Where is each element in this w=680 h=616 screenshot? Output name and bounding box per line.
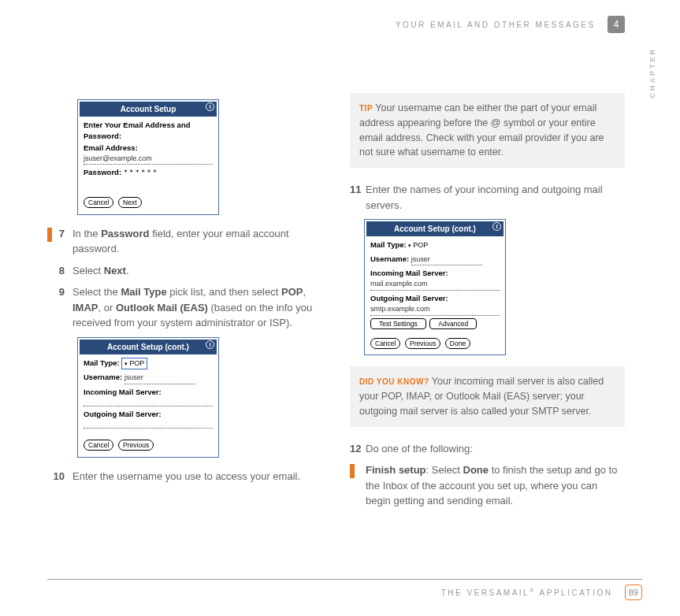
palm-title-text: Account Setup (cont.) (107, 343, 189, 351)
mailtype-label: Mail Type: (84, 358, 120, 367)
footer-text-1: THE VERSAMAIL (441, 588, 530, 597)
step-12-sub: Finish setup: Select Done to finish the … (350, 462, 625, 509)
palm-title-text: Account Setup (cont.) (394, 225, 476, 233)
palm-title-2: Account Setup (cont.) i (80, 340, 217, 354)
outgoing-label: Outgoing Mail Server: (84, 410, 162, 418)
step-number: 10 (47, 469, 72, 484)
dyk-label: DID YOU KNOW? (359, 377, 429, 386)
info-icon: i (206, 102, 214, 111)
step-10: 10 Enter the username you use to access … (47, 469, 322, 484)
step-9: 9 Select the Mail Type pick list, and th… (47, 284, 322, 331)
info-icon: i (492, 222, 501, 231)
step-number: 12 (350, 441, 366, 457)
palm-title-1: Account Setup i (80, 102, 217, 117)
tip-label: TIP (359, 104, 373, 113)
cancel-button[interactable]: Cancel (84, 440, 113, 451)
outgoing-field[interactable]: smtp.example.com (370, 304, 500, 316)
cancel-button[interactable]: Cancel (370, 338, 400, 349)
chapter-number-badge: 4 (608, 16, 625, 33)
info-icon: i (206, 340, 214, 349)
step-number: 7 (52, 226, 72, 257)
password-label: Password: (84, 168, 121, 176)
did-you-know-box: DID YOU KNOW? Your incoming mail server … (350, 366, 625, 426)
next-button[interactable]: Next (118, 197, 141, 208)
username-label: Username: (370, 254, 409, 263)
username-label: Username: (84, 373, 122, 381)
footer-text-2: APPLICATION (536, 588, 613, 597)
registered-icon: ® (530, 588, 536, 593)
screenshot-account-setup-3: Account Setup (cont.) i Mail Type: POP U… (364, 219, 506, 355)
mailtype-dropdown[interactable]: POP (408, 241, 428, 249)
screenshot-account-setup-1: Account Setup i Enter Your Email Address… (77, 99, 219, 215)
mailtype-dropdown[interactable]: POP (121, 358, 147, 370)
step-11: 11 Enter the names of your incoming and … (350, 182, 625, 213)
outgoing-label: Outgoing Mail Server: (370, 294, 448, 302)
incoming-label: Incoming Mail Server: (370, 269, 448, 277)
test-settings-button[interactable]: Test Settings (370, 318, 426, 329)
username-field[interactable]: jsuser (124, 373, 195, 384)
chapter-label-vertical: CHAPTER (648, 47, 656, 98)
palm-title-text: Account Setup (121, 105, 177, 113)
screenshot-account-setup-2: Account Setup (cont.) i Mail Type: POP U… (77, 337, 219, 458)
palm-title-3: Account Setup (cont.) i (366, 221, 503, 236)
cancel-button[interactable]: Cancel (84, 197, 113, 208)
footer: THE VERSAMAIL® APPLICATION 89 (47, 579, 642, 600)
previous-button[interactable]: Previous (118, 440, 154, 451)
header: YOUR EMAIL AND OTHER MESSAGES 4 (47, 16, 625, 39)
page: YOUR EMAIL AND OTHER MESSAGES 4 CHAPTER … (0, 0, 680, 616)
outgoing-field[interactable] (84, 420, 213, 429)
incoming-label: Incoming Mail Server: (84, 388, 162, 396)
mailtype-label: Mail Type: (370, 240, 407, 249)
step-number: 11 (350, 182, 366, 213)
page-number: 89 (625, 584, 642, 600)
step-number: 8 (47, 263, 72, 279)
intro-text: Enter Your Email Address and Password: (84, 120, 213, 143)
incoming-field[interactable]: mail.example.com (370, 279, 500, 291)
step-8: 8 Select Next. (47, 263, 322, 279)
step-number: 9 (47, 284, 72, 331)
incoming-field[interactable] (84, 398, 213, 406)
tip-text: Your username can be either the part of … (359, 102, 604, 158)
password-field[interactable]: ****** (124, 169, 159, 176)
email-field[interactable]: jsuser@example.com (84, 154, 213, 165)
step-12: 12 Do one of the following: (350, 441, 625, 457)
done-button[interactable]: Done (445, 338, 470, 349)
section-title: YOUR EMAIL AND OTHER MESSAGES (396, 20, 596, 29)
advanced-button[interactable]: Advanced (429, 318, 477, 329)
username-field[interactable]: jsuser (411, 254, 482, 266)
left-column: Account Setup i Enter Your Email Address… (47, 93, 322, 515)
tip-box: TIP Your username can be either the part… (350, 93, 625, 168)
email-label: Email Address: (84, 143, 138, 152)
step-7: 7 In the Password field, enter your emai… (47, 226, 322, 257)
right-column: TIP Your username can be either the part… (350, 93, 625, 515)
previous-button[interactable]: Previous (405, 338, 440, 349)
